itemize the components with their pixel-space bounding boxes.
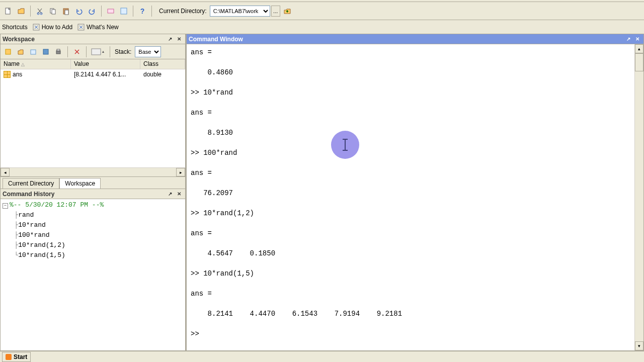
scroll-left-icon[interactable]: ◂ bbox=[1, 168, 10, 176]
new-var-icon[interactable] bbox=[3, 46, 14, 57]
close-icon[interactable]: ✕ bbox=[175, 35, 183, 43]
current-dir-select[interactable]: C:\MATLAB7\work bbox=[210, 6, 270, 17]
stack-label: Stack: bbox=[115, 48, 131, 55]
cut-icon[interactable] bbox=[34, 5, 46, 17]
command-history-panel: Command History ↗ ✕ −%-- 5/30/20 12:07 P… bbox=[0, 189, 186, 351]
tab-workspace[interactable]: Workspace bbox=[59, 178, 101, 189]
guide-icon[interactable] bbox=[118, 5, 130, 17]
close-icon[interactable]: ✕ bbox=[175, 190, 183, 198]
workspace-header[interactable]: Workspace ↗ ✕ bbox=[0, 34, 186, 44]
separator bbox=[133, 6, 133, 17]
scroll-up-icon[interactable]: ▴ bbox=[635, 44, 643, 53]
simulink-icon[interactable] bbox=[105, 5, 117, 17]
h-scrollbar[interactable]: ◂ ▸ bbox=[1, 167, 185, 176]
scroll-thumb[interactable] bbox=[635, 53, 643, 71]
import-icon[interactable] bbox=[28, 46, 39, 57]
whats-new-icon bbox=[77, 24, 85, 31]
svg-rect-16 bbox=[57, 49, 60, 51]
open-file-icon[interactable] bbox=[15, 5, 27, 17]
separator bbox=[30, 6, 31, 17]
command-window-header[interactable]: Command Window ↗ ✕ bbox=[186, 34, 644, 44]
open-var-icon[interactable] bbox=[15, 46, 26, 57]
status-bar: Start bbox=[0, 351, 644, 362]
undo-icon[interactable] bbox=[73, 5, 85, 17]
tab-current-directory[interactable]: Current Directory bbox=[3, 178, 59, 189]
separator bbox=[86, 46, 87, 57]
command-window-panel: Command Window ↗ ✕ ans = 0.4860 >> 10*ra… bbox=[186, 34, 644, 351]
svg-rect-15 bbox=[56, 51, 60, 54]
shortcuts-label: Shortcuts bbox=[2, 24, 28, 31]
whats-new-link[interactable]: What's New bbox=[77, 24, 119, 31]
save-ws-icon[interactable] bbox=[40, 46, 51, 57]
browse-button[interactable]: ... bbox=[271, 6, 280, 17]
collapse-icon[interactable]: − bbox=[3, 203, 8, 209]
workspace-body[interactable]: ans [8.2141 4.447 6.1... double bbox=[1, 69, 185, 167]
up-folder-icon[interactable] bbox=[281, 5, 293, 17]
how-to-add-link[interactable]: How to Add bbox=[33, 24, 72, 31]
workspace-panel: Workspace ↗ ✕ Stack: Base bbox=[0, 34, 186, 189]
help-icon[interactable]: ? bbox=[136, 5, 148, 17]
scroll-down-icon[interactable]: ▾ bbox=[635, 341, 643, 350]
paste-icon[interactable] bbox=[60, 5, 72, 17]
main-area: Workspace ↗ ✕ Stack: Base bbox=[0, 34, 644, 351]
svg-rect-4 bbox=[52, 10, 55, 14]
command-window-title: Command Window bbox=[189, 36, 243, 43]
plot-icon[interactable] bbox=[90, 46, 106, 57]
redo-icon[interactable] bbox=[86, 5, 98, 17]
svg-rect-12 bbox=[6, 49, 11, 54]
history-session[interactable]: −%-- 5/30/20 12:07 PM --% bbox=[3, 200, 183, 210]
delete-icon[interactable] bbox=[71, 46, 83, 57]
separator bbox=[67, 46, 68, 57]
close-icon[interactable]: ✕ bbox=[633, 35, 641, 43]
new-file-icon[interactable] bbox=[2, 5, 14, 17]
svg-rect-17 bbox=[92, 49, 101, 55]
main-toolbar: ? Current Directory: C:\MATLAB7\work ... bbox=[0, 2, 644, 20]
array-icon bbox=[4, 71, 11, 78]
separator bbox=[151, 6, 152, 17]
workspace-columns: Name △ Value Class bbox=[1, 59, 185, 69]
svg-rect-6 bbox=[65, 10, 68, 15]
scroll-right-icon[interactable]: ▸ bbox=[176, 168, 185, 176]
separator bbox=[110, 46, 110, 57]
history-item[interactable]: ├10*rand(1,2) bbox=[3, 240, 183, 250]
table-row[interactable]: ans [8.2141 4.447 6.1... double bbox=[1, 69, 185, 79]
command-window-body[interactable]: ans = 0.4860 >> 10*rand ans = 8.9130 >> … bbox=[187, 44, 634, 350]
col-name[interactable]: Name △ bbox=[1, 59, 71, 69]
separator bbox=[101, 6, 102, 17]
workspace-toolbar: Stack: Base bbox=[0, 44, 186, 59]
workspace-grid: Name △ Value Class ans [8.2141 4.447 6.1… bbox=[0, 59, 186, 177]
svg-rect-13 bbox=[31, 50, 36, 54]
undock-icon[interactable]: ↗ bbox=[166, 190, 174, 198]
svg-rect-8 bbox=[121, 8, 127, 14]
left-tabs: Current Directory Workspace bbox=[0, 177, 186, 189]
undock-icon[interactable]: ↗ bbox=[166, 35, 174, 43]
history-body[interactable]: −%-- 5/30/20 12:07 PM --% ├rand ├10*rand… bbox=[0, 199, 186, 351]
history-item[interactable]: └10*rand(1,5) bbox=[3, 250, 183, 260]
stack-select[interactable]: Base bbox=[135, 46, 161, 57]
workspace-title: Workspace bbox=[3, 36, 35, 43]
svg-rect-7 bbox=[108, 9, 114, 13]
left-panels: Workspace ↗ ✕ Stack: Base bbox=[0, 34, 186, 351]
history-item[interactable]: ├rand bbox=[3, 210, 183, 220]
history-title: Command History bbox=[3, 191, 54, 198]
add-shortcut-icon bbox=[33, 24, 40, 31]
col-class[interactable]: Class bbox=[140, 59, 185, 69]
start-button[interactable]: Start bbox=[2, 352, 31, 362]
undock-icon[interactable]: ↗ bbox=[624, 35, 632, 43]
copy-icon[interactable] bbox=[47, 5, 59, 17]
history-header[interactable]: Command History ↗ ✕ bbox=[0, 189, 186, 199]
v-scrollbar[interactable]: ▴ ▾ bbox=[634, 44, 643, 350]
col-value[interactable]: Value bbox=[71, 59, 140, 69]
current-dir-label: Current Directory: bbox=[159, 8, 207, 15]
print-icon[interactable] bbox=[53, 46, 64, 57]
matlab-icon bbox=[6, 354, 12, 360]
svg-text:?: ? bbox=[140, 7, 145, 15]
history-item[interactable]: ├10*rand bbox=[3, 220, 183, 230]
shortcuts-bar: Shortcuts How to Add What's New bbox=[0, 20, 644, 34]
svg-rect-14 bbox=[43, 49, 48, 54]
history-item[interactable]: ├100*rand bbox=[3, 230, 183, 240]
